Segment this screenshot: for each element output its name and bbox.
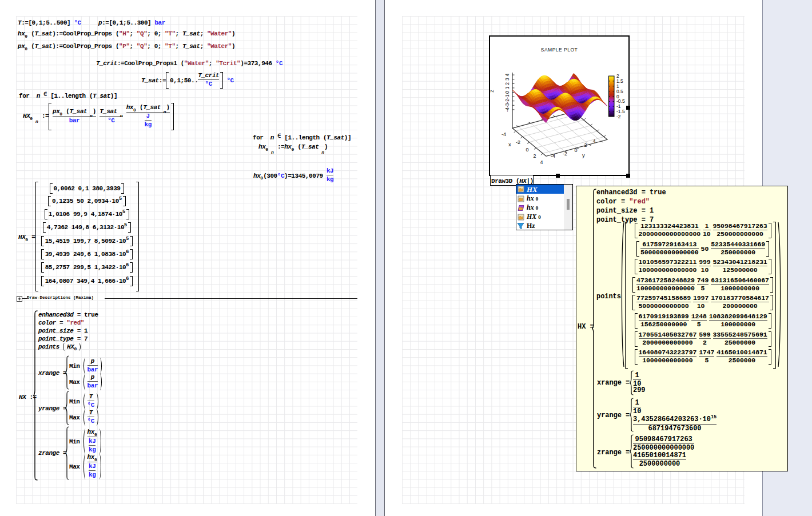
- svg-text:3: 3: [504, 78, 510, 81]
- svg-text:-2: -2: [516, 139, 520, 145]
- svg-text:z: z: [489, 90, 495, 93]
- svg-text:2: 2: [533, 153, 536, 159]
- svg-text:SAMPLE PLOT: SAMPLE PLOT: [541, 47, 578, 53]
- svg-text:0: 0: [574, 147, 577, 153]
- svg-text:-2: -2: [616, 114, 621, 119]
- svg-text:-4: -4: [501, 131, 506, 137]
- svg-text:-4: -4: [551, 153, 555, 159]
- svg-text:0: 0: [504, 91, 510, 94]
- svg-text:x: x: [508, 141, 511, 147]
- svg-text:2: 2: [504, 82, 510, 85]
- svg-text:y: y: [582, 152, 585, 158]
- svg-text:4: 4: [504, 73, 510, 76]
- svg-text:4: 4: [540, 159, 543, 165]
- svg-text:-1: -1: [504, 94, 510, 99]
- svg-text:4: 4: [592, 138, 595, 144]
- svg-text:-2: -2: [563, 151, 567, 157]
- svg-text:2: 2: [584, 142, 587, 148]
- svg-text:1: 1: [504, 86, 510, 89]
- svg-text:0: 0: [526, 147, 528, 153]
